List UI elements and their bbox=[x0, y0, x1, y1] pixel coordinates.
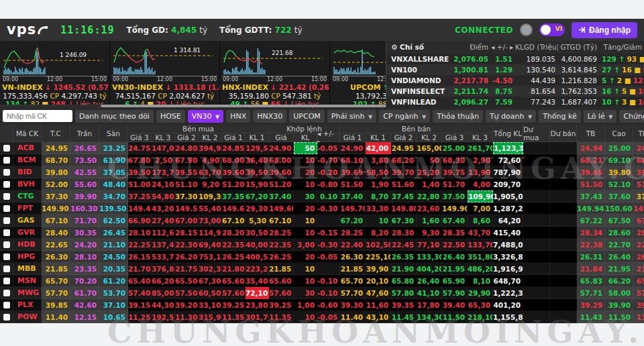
tab-CP ngành[interactable]: CP ngành ▼ bbox=[379, 110, 430, 123]
cell: 28.10 bbox=[128, 227, 152, 239]
symbol-BVH[interactable]: BVH bbox=[13, 178, 42, 190]
col-buy-kl2: KL 2 bbox=[199, 133, 222, 142]
row-checkbox[interactable] bbox=[3, 253, 10, 260]
index-row-VNDIAMOND[interactable]: VNDIAMOND2,217.78-4.5044.4391,216.8285 ↑… bbox=[386, 75, 644, 86]
cell: 29,90 bbox=[468, 287, 493, 299]
chart-panel-VN-INDEX[interactable]: 1 246.0909:0012:0015:00VN-INDEX ↓ 1245.5… bbox=[0, 41, 110, 107]
cell: 394,90 bbox=[199, 142, 222, 154]
cell: 73,00 bbox=[199, 215, 222, 227]
chart-panel-HNX-INDEX[interactable]: 221.6809:0012:0015:00HNX-INDEX ↓ 221.42 … bbox=[220, 41, 330, 107]
col-tong-kl[interactable]: Tổng KL bbox=[493, 125, 523, 142]
row-checkbox[interactable] bbox=[3, 278, 10, 284]
cell: 21.70 bbox=[633, 263, 644, 275]
col-tc[interactable]: T.C bbox=[42, 125, 70, 142]
login-button[interactable]: Đăng nhập bbox=[572, 22, 637, 38]
index-row-VN100[interactable]: VN1001,300.811.29130.5403,614.84527 ↑16 … bbox=[386, 64, 644, 75]
tab-Danh mục theo dõi[interactable]: Danh mục theo dõi bbox=[75, 110, 154, 123]
symbol-FPT[interactable]: FPT bbox=[13, 203, 42, 215]
symbol-MWG[interactable]: MWG bbox=[13, 287, 42, 299]
symbol-GAS[interactable]: GAS bbox=[13, 215, 42, 227]
cell: 10 bbox=[294, 275, 317, 287]
index-row-VNFINSELECT[interactable]: VNFINSELECT2,211.748.7581.6541,762.35316… bbox=[386, 86, 644, 97]
theme-icon[interactable] bbox=[520, 23, 533, 36]
cell: 24.80 bbox=[175, 142, 199, 154]
cell: 28.34 bbox=[577, 227, 605, 239]
cell: 22.35 bbox=[222, 239, 246, 251]
tab-UPCOM[interactable]: UPCOM bbox=[289, 110, 325, 123]
symbol-POW[interactable]: POW bbox=[13, 311, 42, 323]
tab-Thỏa thuận[interactable]: Thỏa thuận bbox=[433, 110, 483, 123]
table-row-GAS: GAS67.1071.7062.5066.9027,4067.0073,0067… bbox=[0, 215, 644, 227]
tab-Lô lẻ[interactable]: Lô lẻ ▼ bbox=[584, 110, 617, 123]
tab-HNX30[interactable]: HNX30 bbox=[253, 110, 286, 123]
col-san[interactable]: Sàn bbox=[99, 125, 128, 142]
col-match-change[interactable]: ◂ +/- ▸ bbox=[317, 133, 340, 142]
table-row-GVR: GVR28.4030.3526.4528.10112,6028.15114,90… bbox=[0, 227, 644, 239]
row-checkbox[interactable] bbox=[3, 290, 10, 296]
vps-logo[interactable]: vps bbox=[7, 21, 48, 38]
symbol-MBB[interactable]: MBB bbox=[13, 263, 42, 275]
charts-scrollbar-thumb[interactable] bbox=[101, 105, 389, 107]
cell: 57.71 bbox=[577, 287, 605, 299]
cell: 3,80 bbox=[366, 154, 391, 166]
row-checkbox[interactable] bbox=[3, 181, 10, 188]
index-row-VNXALLSHARE[interactable]: VNXALLSHARE2,076.051.51189.0354,600.8691… bbox=[386, 54, 644, 64]
tab-Tự doanh[interactable]: Tự doanh ▼ bbox=[486, 110, 536, 123]
row-checkbox[interactable] bbox=[3, 302, 10, 308]
tab-HNX[interactable]: HNX bbox=[226, 110, 250, 123]
symbol-BID[interactable]: BID bbox=[13, 166, 42, 178]
chart-panel-VN30-INDEX[interactable]: 1 314.8109:0012:0015:00VN30-INDEX ↓ 1313… bbox=[110, 41, 220, 107]
gear-icon[interactable]: ⚙ bbox=[391, 43, 397, 51]
symbol-ACB[interactable]: ACB bbox=[13, 142, 42, 154]
cell: -0.30 bbox=[317, 203, 340, 215]
tab-Chứng quyền[interactable]: Chứng quyền bbox=[619, 110, 644, 123]
row-checkbox[interactable] bbox=[3, 145, 10, 152]
col-ma-ck[interactable]: Mã CK bbox=[13, 125, 42, 142]
cell: 40,00 bbox=[246, 239, 269, 251]
symbol-CTG[interactable]: CTG bbox=[13, 190, 42, 203]
symbol-BCM[interactable]: BCM bbox=[13, 154, 42, 166]
row-checkbox[interactable] bbox=[3, 169, 10, 176]
cell bbox=[523, 239, 550, 251]
row-checkbox-cell bbox=[0, 287, 13, 299]
cell: 21.10 bbox=[99, 239, 128, 251]
symbol-MSN[interactable]: MSN bbox=[13, 275, 42, 287]
cell: 30,50 bbox=[246, 227, 269, 239]
row-checkbox[interactable] bbox=[3, 217, 10, 224]
symbol-PLX[interactable]: PLX bbox=[13, 299, 42, 311]
index-name: VN30-INDEX bbox=[112, 83, 163, 92]
tab-HOSE[interactable]: HOSE bbox=[156, 110, 185, 123]
cell: 58.00 bbox=[605, 287, 633, 299]
tab-VN30[interactable]: VN30 ▼ bbox=[188, 110, 223, 123]
cell: 65.70 bbox=[42, 275, 70, 287]
row-checkbox[interactable] bbox=[3, 193, 10, 200]
row-checkbox[interactable] bbox=[3, 157, 10, 164]
symbol-HPG[interactable]: HPG bbox=[13, 251, 42, 263]
index-col-chg[interactable]: ◂ +/- ▸ bbox=[491, 41, 515, 54]
row-checkbox[interactable] bbox=[3, 229, 10, 236]
row-checkbox[interactable] bbox=[3, 205, 10, 212]
col-cao: Cao bbox=[605, 125, 633, 142]
cell: 63,70 bbox=[199, 166, 222, 178]
cell: 67.10 bbox=[269, 215, 294, 227]
row-checkbox[interactable] bbox=[3, 314, 10, 321]
cell: 149.40 bbox=[128, 203, 152, 215]
col-sell-kl2: KL 2 bbox=[417, 133, 442, 142]
index-row-VNFINLEAD[interactable]: VNFINLEAD2,096.277.5977.2431,687.40710 ↑… bbox=[386, 97, 644, 107]
cell: 12.15 bbox=[70, 311, 99, 323]
col-tran[interactable]: Trần bbox=[70, 125, 99, 142]
row-checkbox[interactable] bbox=[3, 241, 10, 248]
cell: 21.75 bbox=[175, 263, 199, 275]
tab-Thống kê[interactable]: Thống kê bbox=[539, 110, 581, 123]
row-checkbox[interactable] bbox=[3, 266, 10, 272]
symbol-HDB[interactable]: HDB bbox=[13, 239, 42, 251]
cell: 26.35 bbox=[391, 251, 417, 263]
tab-Phái sinh[interactable]: Phái sinh ▼ bbox=[327, 110, 376, 123]
symbol-GVR[interactable]: GVR bbox=[13, 227, 42, 239]
cell: 129,50 bbox=[246, 142, 269, 154]
cell: 85,00 bbox=[152, 287, 175, 299]
cell: 65.90 bbox=[442, 275, 468, 287]
search-input[interactable] bbox=[3, 110, 72, 122]
col-match-gia: Giá bbox=[269, 133, 294, 142]
language-toggle[interactable]: VI bbox=[539, 23, 565, 36]
